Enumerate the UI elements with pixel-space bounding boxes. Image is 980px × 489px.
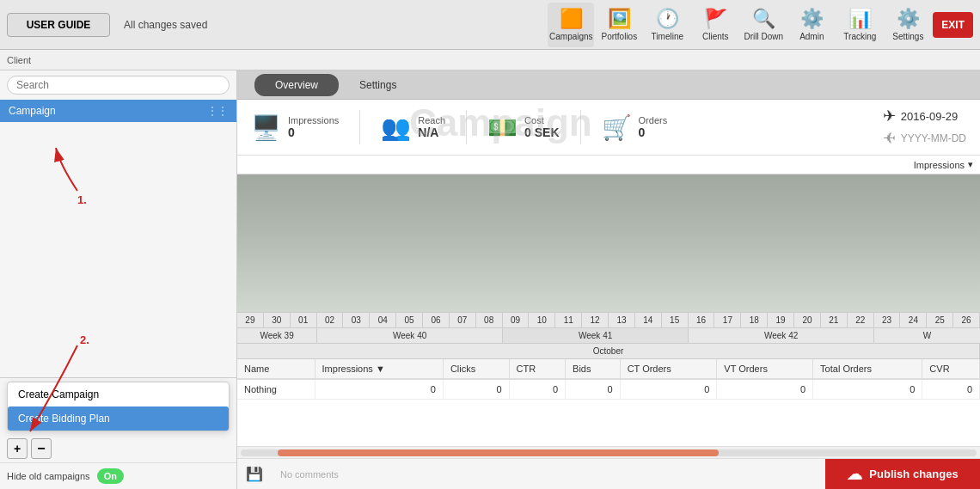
day-cell: 11	[555, 313, 582, 327]
day-cell: 10	[529, 313, 555, 327]
col-cvr[interactable]: CVR	[922, 359, 980, 379]
comments-text: No comments	[272, 469, 825, 480]
col-ctr[interactable]: CTR	[509, 359, 566, 379]
day-cell: 08	[476, 313, 503, 327]
tab-settings[interactable]: Settings	[339, 74, 417, 96]
cell-total-orders: 0	[813, 379, 922, 400]
nav-item-drilldown[interactable]: 🔍 Drill Down	[740, 3, 787, 47]
divider-3	[580, 110, 581, 144]
sidebar-search-area	[0, 70, 236, 100]
client-bar: Client	[0, 50, 980, 70]
col-bids[interactable]: Bids	[566, 359, 621, 379]
day-cell: 01	[291, 313, 317, 327]
cell-name: Nothing	[237, 379, 315, 400]
impressions-label: Impressions	[288, 115, 339, 125]
add-button[interactable]: +	[7, 438, 28, 459]
day-cell: 02	[317, 313, 344, 327]
scroll-thumb[interactable]	[278, 449, 720, 456]
col-clicks[interactable]: Clicks	[443, 359, 509, 379]
create-bidding-plan-item[interactable]: Create Bidding Plan	[8, 406, 229, 431]
impressions-dropdown[interactable]: Impressions ▾	[914, 159, 973, 170]
cost-label: Cost	[524, 115, 559, 125]
nav-item-timeline[interactable]: 🕐 Timeline	[644, 3, 690, 47]
impressions-value: 0	[288, 125, 339, 139]
sidebar-actions: + −	[0, 435, 236, 462]
orders-icon: 🛒	[602, 113, 632, 142]
impressions-header: Impressions ▾	[237, 156, 980, 174]
day-cell: 18	[741, 313, 768, 327]
publish-icon: ☁	[847, 465, 862, 484]
divider-2	[466, 110, 467, 144]
table-header-row: Name Impressions ▼ Clicks CTR Bids CT Or…	[237, 359, 980, 379]
nav-item-campaigns[interactable]: 🟧 Campaigns	[548, 3, 594, 47]
day-cell: 05	[396, 313, 423, 327]
day-cell: 03	[343, 313, 370, 327]
data-table: Name Impressions ▼ Clicks CTR Bids CT Or…	[237, 359, 980, 400]
nav-label-clients: Clients	[702, 32, 729, 41]
publish-button[interactable]: ☁ Publish changes	[825, 459, 980, 490]
tab-bar: Overview Settings	[237, 70, 980, 100]
col-name[interactable]: Name	[237, 359, 315, 379]
col-ct-orders[interactable]: CT Orders	[620, 359, 717, 379]
stat-reach: 👥 Reach N/A	[381, 113, 445, 142]
remove-button[interactable]: −	[31, 438, 52, 459]
search-input[interactable]	[7, 76, 230, 95]
day-cell: 17	[714, 313, 741, 327]
day-cell: 21	[821, 313, 848, 327]
content-area: Overview Settings 🖥️ Impressions 0 👥 Rea…	[237, 70, 980, 489]
stat-cost: 💵 Cost 0 SEK	[487, 113, 559, 142]
exit-button[interactable]: EXIT	[933, 12, 973, 38]
day-cell: 22	[848, 313, 874, 327]
main-layout: Campaign ⋮⋮ 1. 2. Cr	[0, 70, 980, 489]
nav-label-tracking: Tracking	[843, 32, 876, 41]
save-icon[interactable]: 💾	[237, 462, 272, 486]
scroll-track[interactable]	[241, 449, 977, 456]
col-vt-orders[interactable]: VT Orders	[717, 359, 813, 379]
orders-label: Orders	[639, 115, 668, 125]
tracking-icon: 📊	[848, 8, 872, 30]
date-start-display: ✈ 2016-09-29	[883, 107, 966, 125]
day-cell: 16	[689, 313, 715, 327]
nav-item-settings[interactable]: ⚙️ Settings	[885, 3, 931, 47]
plane-depart-icon: ✈	[883, 107, 896, 125]
col-impressions[interactable]: Impressions ▼	[315, 359, 443, 379]
hide-old-area: Hide old campaigns On	[0, 462, 236, 489]
impressions-icon: 🖥️	[251, 113, 281, 142]
day-cell: 29	[237, 313, 264, 327]
stats-row: 🖥️ Impressions 0 👥 Reach N/A 💵 Cost	[237, 100, 980, 156]
date-end-placeholder: YYYY-MM-DD	[901, 132, 966, 144]
nav-item-portfolios[interactable]: 🖼️ Portfolios	[596, 3, 642, 47]
nav-label-admin: Admin	[799, 32, 824, 41]
campaigns-icon: 🟧	[560, 8, 583, 30]
nav-item-admin[interactable]: ⚙️ Admin	[788, 3, 835, 47]
saved-text: All changes saved	[124, 19, 207, 31]
sidebar: Campaign ⋮⋮ 1. 2. Cr	[0, 70, 237, 489]
col-total-orders[interactable]: Total Orders	[813, 359, 922, 379]
day-cell: 12	[582, 313, 609, 327]
reach-value: N/A	[418, 125, 445, 139]
client-label: Client	[7, 55, 31, 65]
nav-item-clients[interactable]: 🚩 Clients	[692, 3, 738, 47]
week40-label: Week 40	[317, 328, 503, 343]
day-cell: 25	[927, 313, 953, 327]
timeline-bottom: 29 30 01 02 03 04 05 06 07 08 09 10 11 1…	[237, 312, 980, 359]
date-area: ✈ 2016-09-29 ✈ YYYY-MM-DD	[883, 107, 966, 148]
cell-impressions: 0	[315, 379, 443, 400]
bottom-bar: 💾 No comments ☁ Publish changes	[237, 458, 980, 489]
hide-old-toggle[interactable]: On	[97, 468, 124, 484]
user-guide-button[interactable]: USER GUIDE	[7, 13, 110, 37]
drag-handle-icon: ⋮⋮	[207, 105, 228, 117]
sidebar-item-campaign[interactable]: Campaign ⋮⋮	[0, 100, 236, 122]
week39-label: Week 39	[237, 328, 317, 343]
chevron-down-icon: ▾	[968, 159, 973, 170]
day-numbers-row: 29 30 01 02 03 04 05 06 07 08 09 10 11 1…	[237, 313, 980, 328]
settings-icon: ⚙️	[897, 8, 920, 30]
nav-item-tracking[interactable]: 📊 Tracking	[836, 3, 883, 47]
create-campaign-item[interactable]: Create Campaign	[8, 382, 229, 406]
reach-label: Reach	[418, 115, 445, 125]
day-cell: 20	[794, 313, 821, 327]
tab-overview[interactable]: Overview	[254, 74, 339, 96]
reach-icon: 👥	[381, 113, 411, 142]
cell-ctr: 0	[509, 379, 566, 400]
date-start-value: 2016-09-29	[901, 110, 959, 123]
